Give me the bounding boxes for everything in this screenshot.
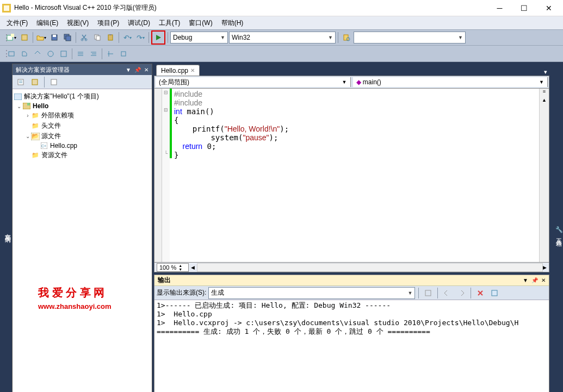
tb2-btn-3[interactable] [32,48,44,60]
find-in-files-button[interactable] [341,32,352,43]
tree-solution-root[interactable]: 解决方案"Hello"(1 个项目) [14,91,151,102]
properties-button[interactable] [15,76,27,88]
panel-pin-icon[interactable]: 📌 [134,67,141,73]
tree-headers[interactable]: 📁 头文件 [14,121,151,131]
menu-window[interactable]: 窗口(W) [184,17,216,29]
output-btn-2[interactable] [441,287,453,299]
solution-tree[interactable]: 解决方案"Hello"(1 个项目) ⌄ Hello › 📁 外部依赖项 📁 头… [13,89,152,392]
close-tab-icon[interactable]: ✕ [190,67,195,73]
new-project-button[interactable]: ▾ [5,32,17,43]
output-wrap-button[interactable] [488,287,500,299]
output-btn-3[interactable] [455,287,467,299]
tb2-btn-9[interactable] [117,48,129,60]
output-btn-1[interactable] [422,287,434,299]
svg-rect-26 [27,103,30,105]
menu-project[interactable]: 项目(P) [93,17,123,29]
copy-button[interactable] [91,32,103,43]
close-button[interactable]: ✕ [536,1,561,16]
titlebar: Hello - Microsoft Visual C++ 2010 学习版(管理… [0,0,563,16]
solution-explorer-panel: 解决方案资源管理器 ▼ 📌 ✕ 解决方案"Hello"(1 个项目) ⌄ Hel… [12,64,152,392]
tree-external[interactable]: › 📁 外部依赖项 [14,110,151,121]
tab-hello-cpp[interactable]: Hello.cpp ✕ [156,65,200,76]
tb2-btn-6[interactable] [75,48,86,60]
svg-rect-13 [108,35,113,40]
svg-rect-1 [4,5,9,11]
find-combo[interactable]: ▼ [354,32,466,43]
zoom-combo[interactable]: 100 % ▲▼ [157,263,189,272]
output-close-icon[interactable]: ✕ [541,277,546,283]
editor-footer: 100 % ▲▼ ◀ ▶ [154,263,549,272]
show-all-button[interactable] [29,76,41,88]
tb2-btn-8[interactable] [104,48,116,60]
save-button[interactable] [48,32,60,43]
horizontal-scrollbar[interactable] [197,263,543,272]
open-button[interactable]: ▾ [35,32,47,43]
config-combo[interactable]: Debug▼ [170,32,228,43]
tab-dropdown-icon[interactable]: ▾ [544,69,547,76]
tree-sources[interactable]: ⌄ 📂 源文件 [14,131,151,141]
start-debug-highlight [151,30,165,45]
tb2-btn-7[interactable] [88,48,100,60]
panel-close-icon[interactable]: ✕ [144,67,149,73]
tree-project[interactable]: ⌄ Hello [14,102,151,110]
tree-file-hello[interactable]: C+ Hello.cpp [14,141,151,150]
solution-explorer-title: 解决方案资源管理器 [16,66,70,74]
main-toolbar: ⋮ ▾ ▾ ↶▾ ↷▾ Debug▼ Win32▼ ▼ [0,29,563,46]
menu-edit[interactable]: 编辑(E) [32,17,63,29]
cut-button[interactable] [78,32,90,43]
maximize-button[interactable]: ☐ [512,1,536,16]
tree-resources[interactable]: 📁 资源文件 [14,150,151,160]
svg-rect-24 [14,94,22,100]
output-source-combo[interactable]: 生成▼ [208,287,415,299]
scope-right-combo[interactable]: ◆ main()▼ [353,77,548,87]
add-item-button[interactable] [18,32,30,43]
minimize-button[interactable]: ─ [487,1,512,16]
svg-rect-4 [22,35,27,40]
output-dropdown-icon[interactable]: ▼ [523,277,528,283]
output-source-label: 显示输出来源(S): [157,288,206,297]
output-title: 输出 [158,276,171,285]
solution-toolbar [13,75,152,89]
output-pin-icon[interactable]: 📌 [531,277,538,283]
menu-file[interactable]: 文件(F) [2,17,32,29]
document-tabs: Hello.cpp ✕ ▾ [154,64,549,76]
paste-button[interactable] [104,32,116,43]
svg-rect-29 [425,290,431,296]
tb2-btn-4[interactable] [45,48,57,60]
save-all-button[interactable] [61,32,73,43]
vertical-scrollbar[interactable]: ≡ ▲ [539,89,549,262]
svg-point-18 [48,51,53,57]
menu-view[interactable]: 视图(V) [63,17,93,29]
menu-tools[interactable]: 工具(T) [154,17,184,29]
app-icon [2,4,11,13]
watermark: 我 爱 分 享 网 www.zhanshaoyi.com [38,285,112,310]
menubar: 文件(F) 编辑(E) 视图(V) 项目(P) 调试(D) 工具(T) 窗口(W… [0,16,563,29]
svg-rect-23 [51,79,57,85]
svg-rect-14 [109,34,112,35]
svg-rect-21 [18,79,23,85]
panel-dropdown-icon[interactable]: ▼ [126,67,131,73]
start-debug-button[interactable] [153,32,164,43]
tb2-btn-1[interactable] [5,48,17,60]
code-editor[interactable]: ⊟⊟└ #include #include int main() { print… [154,89,549,263]
view-code-button[interactable] [48,76,60,88]
output-clear-button[interactable] [474,287,486,299]
overlay-badge: 软件智库 [486,363,547,376]
undo-button[interactable]: ↶▾ [121,32,133,43]
solution-explorer-header: 解决方案资源管理器 ▼ 📌 ✕ [13,64,152,75]
right-rail-tab[interactable]: 🔧工具箱 [551,62,563,392]
code-area[interactable]: #include #include int main() { printf("H… [172,89,539,262]
svg-rect-22 [32,79,38,85]
menu-debug[interactable]: 调试(D) [123,17,154,29]
left-rail-tab[interactable]: 文档大纲 [0,62,12,392]
tb2-btn-2[interactable] [18,48,30,60]
redo-button[interactable]: ↷▾ [134,32,146,43]
scope-left-combo[interactable]: (全局范围)▼ [156,77,351,87]
tb2-btn-5[interactable] [58,48,70,60]
output-text[interactable]: 1>------ 已启动生成: 项目: Hello, 配置: Debug Win… [154,300,549,392]
menu-help[interactable]: 帮助(H) [217,17,248,29]
platform-combo[interactable]: Win32▼ [229,32,336,43]
secondary-toolbar: ⋮ [0,46,563,62]
svg-rect-20 [121,52,126,56]
svg-rect-30 [492,290,497,296]
